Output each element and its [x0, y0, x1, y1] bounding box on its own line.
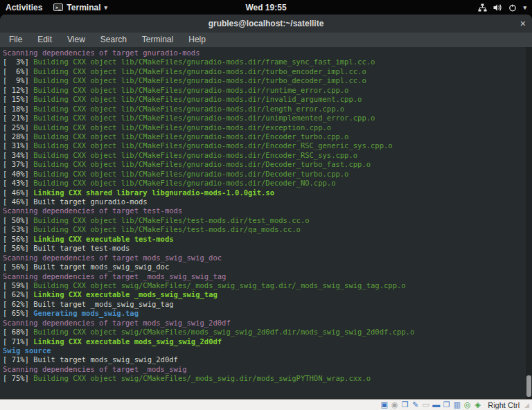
display-icon[interactable]: ▬: [432, 401, 441, 409]
line-text: Scanning dependencies of target gnuradio…: [3, 48, 200, 57]
terminal-line: [ 62%] Built target _mods_swig_swig_tag: [3, 300, 532, 309]
line-text: Built target test-mods: [33, 244, 130, 252]
line-text: Scanning dependencies of target mods_swi…: [3, 319, 231, 327]
terminal-line: [ 6%] Building CXX object lib/CMakeFiles…: [3, 67, 532, 76]
terminal-icon: >_: [53, 3, 63, 11]
features-icon[interactable]: ◎: [463, 401, 472, 409]
menu-item-search[interactable]: Search: [93, 33, 134, 47]
terminal-output: Scanning dependencies of target gnuradio…: [3, 48, 532, 384]
terminal-line: [ 59%] Building CXX object swig/CMakeFil…: [3, 281, 532, 290]
terminal-line: Scanning dependencies of target mods_swi…: [3, 253, 532, 262]
terminal-line: Scanning dependencies of target _mods_sw…: [3, 272, 532, 281]
terminal-line: Swig source: [3, 346, 532, 355]
progress-percent: [ 31%]: [3, 141, 33, 150]
terminal-line: [ 71%] Linking CXX executable mods_swig_…: [3, 337, 532, 346]
hard-disks-icon[interactable]: ▣: [380, 401, 389, 409]
usb-icon[interactable]: ▥: [452, 401, 461, 409]
terminal-line: [ 28%] Building CXX object lib/CMakeFile…: [3, 132, 532, 141]
menu-bar: FileEditViewSearchTerminalHelp: [0, 33, 532, 47]
line-text: Built target gnuradio-mods: [33, 197, 147, 206]
line-text: Building CXX object lib/CMakeFiles/gnura…: [33, 105, 344, 113]
line-text: Generating mods_swig.tag: [33, 309, 139, 317]
progress-percent: [ 6%]: [3, 67, 33, 75]
terminal-line: Scanning dependencies of target test-mod…: [3, 206, 532, 215]
network-icon: [478, 3, 487, 12]
progress-percent: [ 53%]: [3, 225, 33, 233]
progress-percent: [ 56%]: [3, 244, 33, 252]
progress-percent: [ 59%]: [3, 281, 33, 289]
terminal-line: [ 56%] Built target test-mods: [3, 244, 532, 253]
line-text: Building CXX object lib/CMakeFiles/gnura…: [33, 86, 348, 94]
line-text: Linking CXX shared library libgnuradio-m…: [33, 188, 274, 197]
terminal-line: [ 21%] Building CXX object lib/CMakeFile…: [3, 114, 532, 123]
system-status-area[interactable]: ▾: [478, 3, 526, 12]
network-icon[interactable]: ❐: [442, 401, 451, 409]
recording-icon[interactable]: ✎: [411, 401, 420, 409]
progress-percent: [ 21%]: [3, 114, 33, 122]
scrollbar-thumb[interactable]: [526, 375, 531, 397]
terminal-line: [ 71%] Built target mods_swig_swig_2d0df: [3, 355, 532, 364]
close-icon[interactable]: ×: [520, 15, 526, 33]
line-text: Building CXX object lib/CMakeFiles/gnura…: [33, 179, 335, 187]
terminal-line: [ 65%] Generating mods_swig.tag: [3, 309, 532, 318]
menu-item-terminal[interactable]: Terminal: [134, 33, 181, 47]
menu-item-edit[interactable]: Edit: [30, 33, 60, 47]
window-titlebar[interactable]: grubles@localhost:~/satellite ×: [0, 15, 532, 33]
progress-percent: [ 50%]: [3, 216, 33, 224]
line-text: Built target mods_swig_swig_2d0df: [33, 355, 178, 364]
line-text: Building CXX object lib/CMakeFiles/gnura…: [33, 151, 357, 159]
chevron-down-icon: ▾: [104, 4, 107, 11]
line-text: Scanning dependencies of target _mods_sw…: [3, 365, 187, 373]
resize-grip-icon[interactable]: ◢: [524, 402, 529, 409]
optical-drives-icon[interactable]: ◉: [390, 401, 399, 409]
line-text: Building CXX object lib/CMakeFiles/gnura…: [33, 114, 375, 122]
progress-percent: [ 28%]: [3, 132, 33, 141]
shared-folders-icon[interactable]: ▭: [421, 401, 430, 409]
app-menu-button[interactable]: >_ Terminal ▾: [53, 3, 107, 12]
vbox-status-bar: ▣◉❒✎▭▬❐▥◎◈ Right Ctrl ◢: [0, 399, 532, 410]
line-text: Swig source: [3, 346, 51, 355]
progress-percent: [ 34%]: [3, 151, 33, 159]
line-text: Building CXX object lib/CMakeFiles/gnura…: [33, 67, 366, 75]
terminal-line: [ 75%] Building CXX object swig/CMakeFil…: [3, 374, 532, 383]
terminal-line: [ 50%] Building CXX object lib/CMakeFile…: [3, 216, 532, 225]
progress-percent: [ 71%]: [3, 337, 33, 346]
progress-percent: [ 62%]: [3, 300, 33, 308]
progress-percent: [ 46%]: [3, 197, 33, 206]
terminal-line: [ 12%] Building CXX object lib/CMakeFile…: [3, 86, 532, 95]
mouse-integration-icon[interactable]: ◈: [473, 401, 482, 409]
gnome-top-bar: Activities >_ Terminal ▾ Wed 19:55: [0, 0, 532, 15]
progress-percent: [ 37%]: [3, 160, 33, 168]
progress-percent: [ 56%]: [3, 235, 33, 243]
progress-percent: [ 25%]: [3, 123, 33, 132]
terminal-line: Scanning dependencies of target _mods_sw…: [3, 365, 532, 374]
audio-icon[interactable]: ❒: [400, 401, 409, 409]
progress-percent: [ 18%]: [3, 105, 33, 113]
terminal-viewport[interactable]: Scanning dependencies of target gnuradio…: [0, 47, 532, 399]
menu-item-view[interactable]: View: [60, 33, 93, 47]
line-text: Building CXX object swig/CMakeFiles/mods…: [33, 328, 414, 336]
line-text: Scanning dependencies of target test-mod…: [3, 206, 182, 215]
activities-button[interactable]: Activities: [6, 3, 42, 12]
terminal-line: [ 31%] Building CXX object lib/CMakeFile…: [3, 141, 532, 150]
menu-item-file[interactable]: File: [1, 33, 30, 47]
window-title: grubles@localhost:~/satellite: [209, 19, 324, 28]
progress-percent: [ 68%]: [3, 328, 33, 336]
progress-percent: [ 46%]: [3, 188, 33, 197]
progress-percent: [ 56%]: [3, 262, 33, 271]
terminal-line: [ 53%] Building CXX object lib/CMakeFile…: [3, 225, 532, 234]
line-text: Building CXX object lib/CMakeFiles/gnura…: [33, 123, 331, 132]
terminal-line: [ 56%] Built target mods_swig_swig_doc: [3, 262, 532, 271]
line-text: Building CXX object lib/CMakeFiles/gnura…: [33, 57, 375, 66]
terminal-line: Scanning dependencies of target gnuradio…: [3, 48, 532, 57]
terminal-line: [ 62%] Linking CXX executable _mods_swig…: [3, 290, 532, 299]
line-text: Linking CXX executable test-mods: [33, 235, 173, 243]
line-text: Building CXX object swig/CMakeFiles/_mod…: [33, 374, 371, 382]
scrollbar-track[interactable]: [526, 47, 532, 399]
line-text: Scanning dependencies of target mods_swi…: [3, 253, 222, 262]
terminal-line: [ 25%] Building CXX object lib/CMakeFile…: [3, 123, 532, 132]
progress-percent: [ 15%]: [3, 95, 33, 103]
menu-item-help[interactable]: Help: [181, 33, 213, 47]
line-text: Linking CXX executable mods_swig_swig_2d…: [33, 337, 222, 346]
virtualbox-vm-screen: Activities >_ Terminal ▾ Wed 19:55: [0, 0, 532, 410]
